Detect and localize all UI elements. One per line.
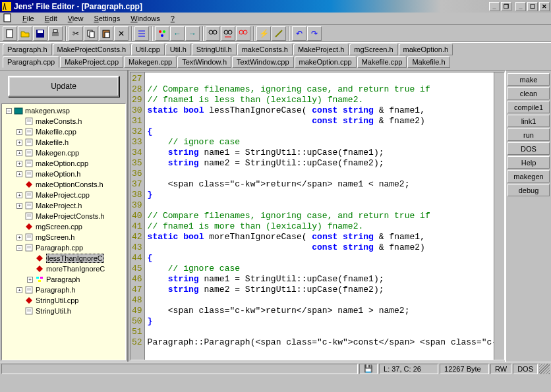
h-icon: [24, 286, 34, 294]
find-button[interactable]: [206, 26, 220, 41]
tab-util-cpp[interactable]: Util.cpp: [131, 43, 165, 55]
resize-grip[interactable]: [539, 364, 550, 374]
action-Help-button[interactable]: Help: [508, 156, 550, 169]
tree-item[interactable]: +MakeProject.cpp: [3, 190, 124, 200]
action-compile1-button[interactable]: compile1: [508, 101, 550, 113]
bolt-button[interactable]: ⚡: [256, 26, 271, 41]
tab-textwindow-h[interactable]: TextWindow.h: [177, 56, 231, 68]
tab-mgscreen-h[interactable]: mgScreen.h: [349, 43, 397, 55]
action-link1-button[interactable]: link1: [508, 115, 550, 127]
tree-item[interactable]: lessThanIgnoreC: [3, 253, 124, 264]
red-icon: [35, 265, 44, 273]
menu-view[interactable]: View: [63, 13, 89, 24]
menu-edit[interactable]: Edit: [40, 13, 63, 24]
collapse-icon[interactable]: −: [16, 245, 22, 251]
list-button[interactable]: [134, 26, 149, 41]
tree-item[interactable]: makeOptionConsts.h: [3, 179, 124, 190]
tab-makeoption-h[interactable]: makeOption.h: [399, 43, 453, 55]
tab-makeconsts-h[interactable]: makeConsts.h: [237, 43, 293, 55]
menu-windows[interactable]: Windows: [125, 13, 165, 24]
tree-item[interactable]: +Makefile.cpp: [3, 126, 124, 137]
tree-item[interactable]: +Paragraph.h: [3, 285, 124, 295]
action-clean-button[interactable]: clean: [508, 87, 550, 99]
replace-button[interactable]: [236, 26, 250, 41]
tree-item[interactable]: +Makegen.cpp: [3, 148, 124, 158]
tab-makeproject-h[interactable]: MakeProject.h: [293, 43, 349, 55]
tab-makeproject-cpp[interactable]: MakeProject.cpp: [60, 56, 123, 68]
color-button[interactable]: [155, 26, 169, 41]
close-button[interactable]: ✕: [539, 2, 550, 11]
project-tree[interactable]: −makegen.wspmakeConsts.h+Makefile.cpp+Ma…: [1, 103, 126, 360]
save-button[interactable]: [33, 26, 47, 41]
action-run-button[interactable]: run: [508, 128, 550, 141]
tab-util-h[interactable]: Util.h: [165, 43, 191, 55]
code-content[interactable]: // Compare filenames, ignoring case, and…: [145, 72, 505, 360]
action-debug-button[interactable]: debug: [508, 184, 550, 196]
redo-button[interactable]: ↷: [307, 26, 322, 41]
child-minimize-button[interactable]: _: [489, 2, 500, 11]
arrow-right-button[interactable]: →: [185, 26, 200, 41]
tree-item[interactable]: makeConsts.h: [3, 116, 124, 126]
tree-item[interactable]: +Paragraph: [3, 274, 124, 285]
print-button[interactable]: [48, 26, 63, 41]
tree-label: moreThanIgnoreC: [46, 265, 105, 273]
tab-stringutil-h[interactable]: StringUtil.h: [192, 43, 237, 55]
tab-makeoption-cpp[interactable]: makeOption.cpp: [295, 56, 357, 68]
expand-icon[interactable]: +: [16, 235, 22, 240]
expand-icon[interactable]: +: [16, 161, 22, 167]
h-icon: [24, 138, 34, 146]
expand-icon[interactable]: +: [16, 171, 22, 177]
menu-file[interactable]: File: [17, 13, 40, 24]
action-makegen-button[interactable]: makegen: [508, 170, 550, 182]
tree-label: Paragraph.cpp: [36, 244, 83, 252]
action-DOS-button[interactable]: DOS: [508, 142, 550, 155]
status-save-icon: 💾: [359, 364, 378, 374]
vertical-scrollbar[interactable]: [494, 72, 504, 360]
tree-item[interactable]: moreThanIgnoreC: [3, 264, 124, 274]
collapse-icon[interactable]: −: [6, 108, 12, 114]
tab-makegen-cpp[interactable]: Makegen.cpp: [124, 56, 177, 68]
tab-makeprojectconsts-h[interactable]: MakeProjectConsts.h: [53, 43, 131, 55]
update-button[interactable]: Update: [8, 76, 119, 97]
tree-item[interactable]: −Paragraph.cpp: [3, 242, 124, 253]
menu-settings[interactable]: Settings: [88, 13, 125, 24]
undo-button[interactable]: ↶: [292, 26, 306, 41]
tree-item[interactable]: +Makefile.h: [3, 137, 124, 148]
tab-paragraph-h[interactable]: Paragraph.h: [3, 43, 52, 55]
minimize-button[interactable]: _: [515, 2, 526, 11]
tree-item[interactable]: MakeProjectConsts.h: [3, 211, 124, 221]
new-file-button[interactable]: [3, 26, 17, 41]
find-next-button[interactable]: [221, 26, 235, 41]
expand-icon[interactable]: +: [16, 192, 22, 198]
paste-button[interactable]: [99, 26, 113, 41]
expand-icon[interactable]: +: [16, 203, 22, 209]
tree-item[interactable]: +mgScreen.h: [3, 232, 124, 242]
child-maximize-button[interactable]: ❐: [501, 2, 511, 11]
action-make-button[interactable]: make: [508, 73, 550, 86]
tree-item[interactable]: StringUtil.cpp: [3, 295, 124, 306]
tree-item[interactable]: +MakeProject.h: [3, 200, 124, 211]
menu-help[interactable]: ?: [165, 13, 180, 24]
tree-item[interactable]: StringUtil.h: [3, 306, 124, 316]
tree-item[interactable]: −makegen.wsp: [3, 105, 124, 116]
expand-icon[interactable]: +: [16, 150, 22, 156]
expand-icon[interactable]: +: [16, 287, 22, 293]
expand-icon[interactable]: +: [16, 140, 22, 146]
expand-icon[interactable]: +: [16, 129, 22, 135]
cut-button[interactable]: ✂: [69, 26, 83, 41]
tab-paragraph-cpp[interactable]: Paragraph.cpp: [3, 56, 59, 68]
expand-icon[interactable]: +: [27, 277, 33, 283]
tree-item[interactable]: +makeOption.cpp: [3, 158, 124, 169]
code-editor[interactable]: 2728293031323334353637383940414243444546…: [130, 72, 505, 360]
tab-textwindow-cpp[interactable]: TextWindow.cpp: [232, 56, 293, 68]
maximize-button[interactable]: ☐: [527, 2, 538, 11]
tree-item[interactable]: +makeOption.h: [3, 169, 124, 179]
tab-makefile-h[interactable]: Makefile.h: [407, 56, 450, 68]
delete-button[interactable]: ✕: [114, 26, 129, 41]
tree-item[interactable]: mgScreen.cpp: [3, 221, 124, 232]
open-file-button[interactable]: [18, 26, 32, 41]
copy-button[interactable]: [84, 26, 98, 41]
tab-makefile-cpp[interactable]: Makefile.cpp: [357, 56, 407, 68]
wand-button[interactable]: [272, 26, 286, 41]
arrow-left-button[interactable]: ←: [170, 26, 185, 41]
